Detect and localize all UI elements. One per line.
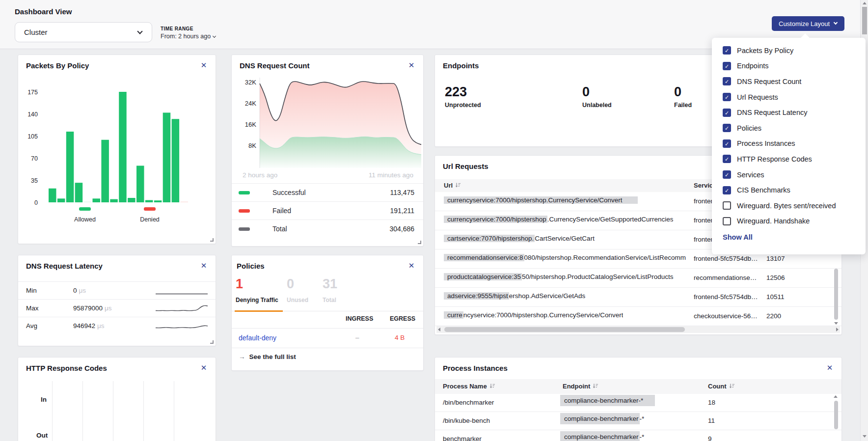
- menu-item[interactable]: ✓Packets By Policy: [712, 43, 866, 58]
- active-tab-underline: [235, 310, 283, 312]
- close-button[interactable]: ✕: [199, 363, 209, 373]
- table-row[interactable]: /bin/kube-benchcompliance-benchmarker-*1…: [435, 412, 841, 430]
- table-vertical-scrollbar[interactable]: [834, 401, 838, 429]
- sort-icon[interactable]: [729, 383, 735, 389]
- column-header-url[interactable]: Url: [444, 182, 461, 189]
- tab-unused[interactable]: 0 Unused: [287, 277, 308, 303]
- table-row[interactable]: currencyservice:7000/hipstershop.Currenc…: [435, 307, 841, 326]
- resize-handle[interactable]: [210, 340, 214, 344]
- legend-value: 191,211: [390, 207, 414, 215]
- menu-item-label: Policies: [737, 124, 761, 132]
- checkbox-checked[interactable]: ✓: [723, 62, 731, 70]
- widget-policies: Policies ✕ 1 Denying Traffic 0 Unused 31…: [231, 255, 424, 371]
- table-row[interactable]: adservice:9555/hipstershop.AdService/Get…: [435, 288, 841, 307]
- y-tick-label: 8K: [248, 142, 256, 149]
- menu-item[interactable]: ✓Process Instances: [712, 136, 866, 152]
- menu-item-label: HTTP Response Codes: [737, 155, 812, 163]
- see-full-list-link[interactable]: →See the full list: [239, 353, 296, 360]
- widget-title: Endpoints: [443, 61, 479, 70]
- widget-title: Policies: [237, 262, 265, 270]
- column-header-count[interactable]: Count: [708, 383, 735, 390]
- latency-row: Avg946942μs: [18, 317, 216, 334]
- checkbox-checked[interactable]: ✓: [723, 46, 731, 55]
- endpoint-cell: compliance-benchmarker-*: [560, 415, 644, 422]
- checkbox-checked[interactable]: ✓: [723, 186, 731, 194]
- bar: [128, 198, 136, 202]
- policy-link[interactable]: default-deny: [239, 334, 276, 342]
- menu-item-label: Services: [737, 171, 764, 179]
- checkbox-checked[interactable]: ✓: [723, 155, 731, 163]
- scroll-down-icon[interactable]: [834, 322, 838, 325]
- table-horizontal-scrollbar[interactable]: [436, 326, 840, 333]
- menu-item[interactable]: ✓DNS Request Count: [712, 74, 866, 89]
- row-label-in: In: [41, 396, 47, 403]
- menu-item[interactable]: ✓Policies: [712, 120, 866, 136]
- sort-icon[interactable]: [455, 182, 461, 188]
- customize-layout-button[interactable]: Customize Layout: [772, 16, 844, 31]
- y-tick-label: 140: [27, 111, 38, 118]
- table-vertical-scrollbar[interactable]: [834, 269, 838, 320]
- url-cell: currencyservice:7000/hipstershop.Currenc…: [444, 311, 623, 319]
- table-row[interactable]: /bin/benchmarkercompliance-benchmarker-*…: [435, 394, 841, 412]
- menu-item[interactable]: ✓HTTP Response Codes: [712, 151, 866, 167]
- close-button[interactable]: ✕: [407, 261, 416, 271]
- checkbox-checked[interactable]: ✓: [723, 170, 731, 179]
- metric-label: Max: [26, 304, 39, 312]
- close-button[interactable]: ✕: [825, 363, 835, 373]
- column-header-process-name[interactable]: Process Name: [443, 383, 495, 390]
- menu-item[interactable]: Wireguard. Handshake: [712, 214, 866, 229]
- tab-denying-traffic[interactable]: 1 Denying Traffic: [236, 277, 278, 303]
- latency-row: Max95879000μs: [18, 299, 216, 317]
- menu-item[interactable]: Wireguard. Bytes sent/received: [712, 198, 866, 214]
- legend-swatch: [239, 209, 250, 213]
- table-header: Process Name Endpoint Count: [435, 379, 841, 394]
- legend-value: 304,686: [389, 225, 414, 233]
- time-range[interactable]: TIME RANGE From: 2 hours ago: [161, 26, 216, 40]
- close-button[interactable]: ✕: [199, 261, 209, 271]
- menu-item[interactable]: ✓Services: [712, 167, 866, 183]
- sort-icon[interactable]: [489, 383, 495, 389]
- scroll-up-icon[interactable]: [863, 2, 867, 4]
- time-range-value[interactable]: From: 2 hours ago: [161, 33, 216, 40]
- close-button[interactable]: ✕: [407, 60, 416, 70]
- legend-item-allowed: Allowed: [65, 207, 105, 223]
- tab-total[interactable]: 31 Total: [323, 277, 337, 303]
- column-header-endpoint[interactable]: Endpoint: [563, 383, 598, 390]
- stat-value: 0: [582, 85, 612, 99]
- table-row[interactable]: benchmarkercompliance-benchmarker-*9: [435, 430, 841, 441]
- sort-icon[interactable]: [593, 383, 598, 389]
- scroll-left-icon[interactable]: [438, 328, 440, 331]
- resize-handle[interactable]: [418, 241, 421, 244]
- menu-item[interactable]: ✓DNS Request Latency: [712, 105, 866, 120]
- checkbox-unchecked[interactable]: [723, 201, 731, 210]
- bar: [93, 198, 101, 202]
- scroll-down-icon[interactable]: [863, 435, 867, 438]
- table-row[interactable]: productcatalogservice:3550/hipstershop.P…: [435, 269, 841, 288]
- bar: [119, 92, 127, 202]
- metric-value: 95879000μs: [73, 304, 112, 312]
- checkbox-checked[interactable]: ✓: [723, 139, 731, 148]
- menu-item[interactable]: ✓CIS Benchmarks: [712, 182, 866, 198]
- scroll-up-icon[interactable]: [834, 395, 838, 398]
- menu-item[interactable]: ✓Endpoints: [712, 58, 866, 74]
- checkbox-checked[interactable]: ✓: [723, 124, 731, 132]
- checkbox-checked[interactable]: ✓: [723, 109, 731, 117]
- horizontal-scrollbar-thumb[interactable]: [444, 327, 685, 332]
- menu-item[interactable]: ✓Url Requests: [712, 89, 866, 105]
- close-icon: ✕: [408, 261, 415, 270]
- scroll-right-icon[interactable]: [836, 328, 839, 331]
- checkbox-unchecked[interactable]: [723, 217, 731, 225]
- menu-item-label: DNS Request Count: [737, 78, 801, 85]
- page-scrollbar-thumb[interactable]: [862, 7, 867, 34]
- resize-handle[interactable]: [210, 238, 214, 242]
- view-selector[interactable]: Cluster: [15, 22, 152, 42]
- stat-label: Failed: [674, 102, 692, 109]
- show-all-link[interactable]: Show All: [723, 233, 753, 241]
- legend-swatch: [239, 191, 250, 194]
- url-cell: currencyservice:7000/hipstershop.Currenc…: [444, 196, 638, 204]
- chevron-down-icon: [137, 28, 142, 34]
- checkbox-checked[interactable]: ✓: [723, 77, 731, 85]
- bar: [154, 200, 162, 202]
- stat-unlabeled: 0 Unlabeled: [582, 85, 612, 109]
- checkbox-checked[interactable]: ✓: [723, 93, 731, 101]
